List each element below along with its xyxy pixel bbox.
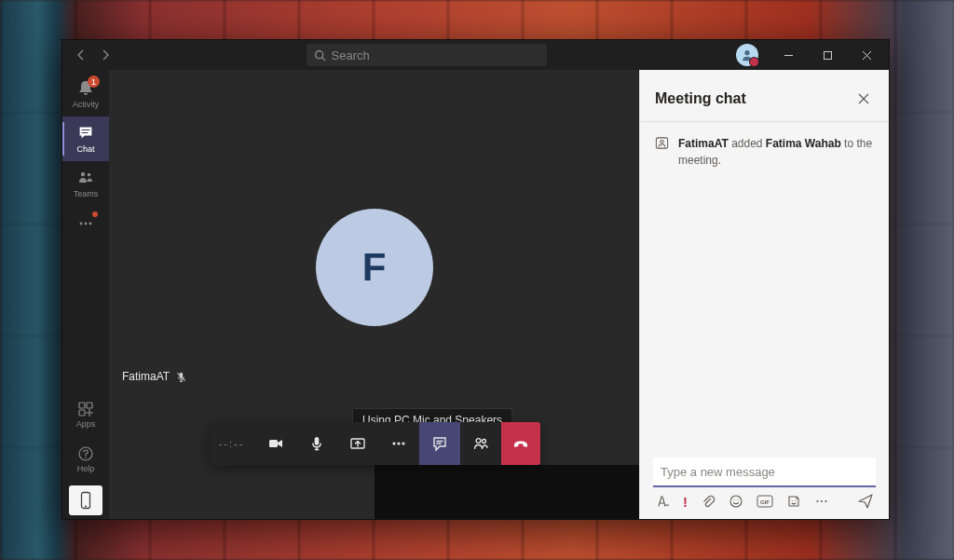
- chat-icon: [76, 124, 95, 143]
- svg-point-19: [476, 439, 481, 444]
- nav-activity-label: Activity: [73, 100, 100, 109]
- call-stage: F FatimaAT Using PC Mic and Speakers --:…: [109, 70, 639, 519]
- svg-rect-14: [269, 440, 278, 447]
- nav-more[interactable]: [62, 206, 109, 241]
- chat-close-button[interactable]: [853, 89, 874, 109]
- svg-point-25: [737, 499, 738, 500]
- svg-point-16: [392, 442, 395, 444]
- svg-point-6: [85, 223, 88, 225]
- gif-icon[interactable]: GIF: [756, 495, 773, 508]
- camera-button[interactable]: [255, 422, 296, 465]
- priority-icon[interactable]: !: [683, 494, 688, 510]
- svg-point-29: [795, 500, 796, 501]
- minimize-button[interactable]: [771, 42, 805, 68]
- system-message: FatimaAT added Fatima Wahab to the meeti…: [655, 135, 874, 169]
- person-icon: [741, 48, 754, 61]
- sticker-icon[interactable]: [786, 494, 801, 509]
- nav-teams[interactable]: Teams: [62, 161, 109, 206]
- more-actions-button[interactable]: [378, 422, 419, 465]
- back-button[interactable]: [70, 44, 92, 66]
- svg-rect-10: [79, 410, 85, 416]
- search-box[interactable]: [307, 44, 547, 66]
- avatar-initial: F: [362, 245, 387, 290]
- chat-toggle-button[interactable]: [419, 422, 460, 465]
- more-icon: [77, 215, 94, 232]
- send-button[interactable]: [857, 493, 874, 510]
- more-notification-dot: [92, 212, 98, 217]
- profile-avatar[interactable]: [736, 44, 758, 66]
- more-compose-icon[interactable]: [814, 494, 829, 509]
- nav-apps-label: Apps: [76, 419, 96, 429]
- participants-button[interactable]: [460, 422, 501, 465]
- call-controls: --:--: [209, 422, 540, 465]
- attach-icon[interactable]: [701, 494, 716, 509]
- participant-name: FatimaAT: [122, 370, 170, 383]
- hangup-button[interactable]: [501, 422, 540, 465]
- maximize-button[interactable]: [811, 42, 844, 68]
- phone-icon: [79, 491, 92, 510]
- message-input[interactable]: [653, 458, 876, 487]
- help-icon: [77, 445, 94, 462]
- emoji-icon[interactable]: [729, 494, 743, 509]
- participant-tag: FatimaAT: [122, 370, 187, 383]
- bottom-strip: [109, 465, 639, 519]
- search-input[interactable]: [332, 48, 539, 62]
- svg-point-7: [89, 223, 92, 225]
- svg-rect-8: [79, 403, 85, 408]
- nav-chat-label: Chat: [76, 144, 94, 154]
- svg-point-30: [816, 500, 818, 502]
- svg-point-0: [315, 50, 322, 58]
- svg-point-24: [733, 499, 734, 500]
- svg-text:GIF: GIF: [760, 499, 770, 505]
- nav-teams-label: Teams: [74, 189, 99, 198]
- svg-point-28: [792, 500, 793, 501]
- svg-point-5: [80, 223, 83, 225]
- svg-point-22: [661, 140, 663, 143]
- nav-mobile-button[interactable]: [69, 485, 102, 515]
- teams-window: Activity 1 Chat Teams Apps He: [61, 39, 890, 520]
- apps-icon: [77, 401, 94, 417]
- compose-area: ! GIF: [640, 452, 889, 519]
- search-icon: [314, 49, 326, 61]
- nav-help[interactable]: Help: [62, 437, 109, 482]
- mic-button[interactable]: [296, 422, 337, 465]
- teams-icon: [76, 169, 95, 187]
- svg-point-4: [88, 173, 91, 177]
- call-timer: --:--: [209, 422, 255, 465]
- app-bar: Activity 1 Chat Teams Apps He: [62, 70, 109, 519]
- svg-rect-2: [824, 51, 831, 59]
- nav-activity[interactable]: Activity 1: [62, 72, 109, 116]
- nav-apps[interactable]: Apps: [62, 392, 109, 437]
- share-button[interactable]: [337, 422, 378, 465]
- nav-help-label: Help: [77, 464, 95, 473]
- svg-point-18: [402, 442, 404, 444]
- format-icon[interactable]: [655, 494, 670, 509]
- close-button[interactable]: [850, 42, 883, 68]
- svg-point-1: [744, 50, 749, 55]
- svg-rect-9: [87, 403, 92, 408]
- mic-muted-icon: [175, 371, 187, 383]
- nav-chat[interactable]: Chat: [62, 116, 109, 161]
- chat-panel-title: Meeting chat: [655, 90, 746, 107]
- participant-avatar: F: [316, 209, 433, 326]
- svg-point-12: [85, 457, 87, 458]
- titlebar: [62, 40, 889, 70]
- meeting-chat-panel: Meeting chat FatimaAT added Fatima Wahab…: [639, 70, 889, 519]
- svg-point-20: [482, 440, 485, 444]
- svg-point-3: [81, 172, 85, 176]
- activity-badge: 1: [88, 75, 100, 88]
- system-message-text: FatimaAT added Fatima Wahab to the meeti…: [678, 135, 874, 169]
- forward-button[interactable]: [94, 44, 116, 66]
- svg-point-23: [730, 496, 742, 507]
- svg-point-17: [397, 442, 400, 444]
- add-person-icon: [655, 136, 669, 169]
- svg-point-32: [825, 500, 826, 502]
- svg-point-31: [821, 500, 823, 502]
